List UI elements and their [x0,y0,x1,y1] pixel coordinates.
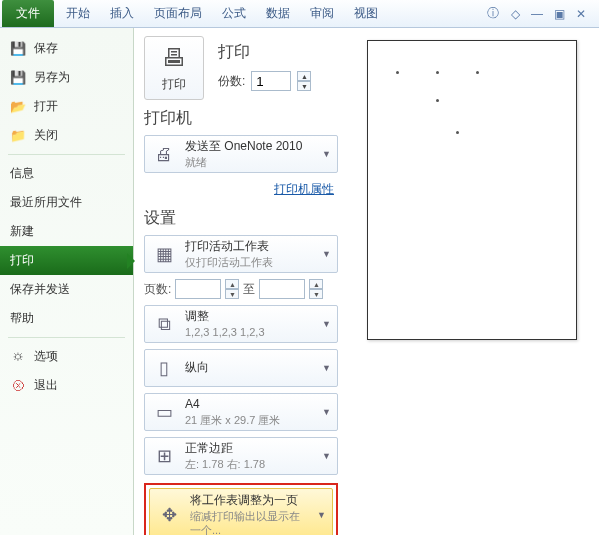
dd-sub: 左: 1.78 右: 1.78 [185,457,314,471]
printer-heading: 打印机 [144,108,338,129]
print-preview [344,28,599,535]
margins-icon: ⊞ [151,443,177,469]
sidebar-label: 保存 [34,40,58,57]
paper-icon: ▭ [151,399,177,425]
preview-page [367,40,577,340]
print-panel: 🖶 打印 打印 份数: ▲▼ 打印机 🖨 发送至 OneNote 2010就绪 … [134,28,344,535]
exit-icon: ⮾ [10,378,26,394]
pages-from-input[interactable] [175,279,221,299]
printer-icon: 🖶 [162,44,186,72]
sidebar-label: 打印 [10,252,34,269]
help-icon[interactable]: ⓘ [485,6,501,22]
pages-to-spin[interactable]: ▲▼ [309,279,323,299]
sidebar-print[interactable]: 打印 [0,246,133,275]
sheet-icon: ▦ [151,241,177,267]
titlebar-icons: ⓘ ◇ — ▣ ✕ [485,6,597,22]
print-scope-dropdown[interactable]: ▦ 打印活动工作表仅打印活动工作表 ▼ [144,235,338,273]
spin-up-icon[interactable]: ▲ [297,71,311,81]
saveas-icon: 💾 [10,70,26,86]
print-button-label: 打印 [162,76,186,93]
margins-dropdown[interactable]: ⊞ 正常边距左: 1.78 右: 1.78 ▼ [144,437,338,475]
dd-title: 打印活动工作表 [185,239,314,255]
sidebar-label: 最近所用文件 [10,194,82,211]
collate-dropdown[interactable]: ⧉ 调整1,2,3 1,2,3 1,2,3 ▼ [144,305,338,343]
sidebar-label: 保存并发送 [10,281,70,298]
spin-down-icon[interactable]: ▼ [297,81,311,91]
dd-title: 将工作表调整为一页 [190,493,309,509]
sidebar-help[interactable]: 帮助 [0,304,133,333]
sidebar-label: 新建 [10,223,34,240]
chevron-down-icon: ▼ [322,363,331,373]
copies-label: 份数: [218,73,245,90]
sidebar-new[interactable]: 新建 [0,217,133,246]
dd-title: A4 [185,397,314,413]
close-folder-icon: 📁 [10,128,26,144]
printer-dropdown[interactable]: 🖨 发送至 OneNote 2010就绪 ▼ [144,135,338,173]
sidebar-recent[interactable]: 最近所用文件 [0,188,133,217]
dd-sub: 21 厘米 x 29.7 厘米 [185,413,314,427]
sidebar-exit[interactable]: ⮾退出 [0,371,133,400]
sidebar-options[interactable]: ⛭选项 [0,342,133,371]
sidebar-label: 另存为 [34,69,70,86]
dd-sub: 1,2,3 1,2,3 1,2,3 [185,325,314,339]
paper-dropdown[interactable]: ▭ A421 厘米 x 29.7 厘米 ▼ [144,393,338,431]
open-icon: 📂 [10,99,26,115]
tab-view[interactable]: 视图 [344,1,388,26]
copies-input[interactable] [251,71,291,91]
chevron-down-icon: ▼ [322,149,331,159]
options-icon: ⛭ [10,349,26,365]
sidebar-open[interactable]: 📂打开 [0,92,133,121]
collate-icon: ⧉ [151,311,177,337]
sidebar-savesend[interactable]: 保存并发送 [0,275,133,304]
print-button[interactable]: 🖶 打印 [144,36,204,100]
tab-data[interactable]: 数据 [256,1,300,26]
tab-layout[interactable]: 页面布局 [144,1,212,26]
orientation-dropdown[interactable]: ▯ 纵向 ▼ [144,349,338,387]
tab-file[interactable]: 文件 [2,0,54,27]
min-ribbon-icon[interactable]: ◇ [507,6,523,22]
sidebar-label: 帮助 [10,310,34,327]
ribbon-tabs: 文件 开始 插入 页面布局 公式 数据 审阅 视图 ⓘ ◇ — ▣ ✕ [0,0,599,28]
chevron-down-icon: ▼ [322,451,331,461]
chevron-down-icon: ▼ [317,510,326,520]
sidebar-saveas[interactable]: 💾另存为 [0,63,133,92]
fit-highlight: ✥ 将工作表调整为一页缩减打印输出以显示在一个... ▼ [144,483,338,535]
chevron-down-icon: ▼ [322,319,331,329]
portrait-icon: ▯ [151,355,177,381]
printer-status: 就绪 [185,155,314,169]
print-heading: 打印 [218,42,311,63]
sidebar-info[interactable]: 信息 [0,159,133,188]
dd-sub: 缩减打印输出以显示在一个... [190,509,309,535]
pages-to-input[interactable] [259,279,305,299]
fit-dropdown[interactable]: ✥ 将工作表调整为一页缩减打印输出以显示在一个... ▼ [149,488,333,535]
copies-spinner[interactable]: ▲▼ [297,71,311,91]
settings-heading: 设置 [144,208,338,229]
pages-label: 页数: [144,281,171,298]
chevron-down-icon: ▼ [322,249,331,259]
chevron-down-icon: ▼ [322,407,331,417]
tab-formulas[interactable]: 公式 [212,1,256,26]
fit-icon: ✥ [156,502,182,528]
dd-title: 正常边距 [185,441,314,457]
save-icon: 💾 [10,41,26,57]
sidebar-label: 打开 [34,98,58,115]
dd-sub: 仅打印活动工作表 [185,255,314,269]
sidebar-label: 信息 [10,165,34,182]
pages-from-spin[interactable]: ▲▼ [225,279,239,299]
minimize-icon[interactable]: — [529,6,545,22]
pages-row: 页数: ▲▼ 至 ▲▼ [144,279,338,299]
pages-to-label: 至 [243,281,255,298]
sidebar-save[interactable]: 💾保存 [0,34,133,63]
tab-insert[interactable]: 插入 [100,1,144,26]
sidebar-close[interactable]: 📁关闭 [0,121,133,150]
backstage-sidebar: 💾保存 💾另存为 📂打开 📁关闭 信息 最近所用文件 新建 打印 保存并发送 帮… [0,28,134,535]
printer-properties-link[interactable]: 打印机属性 [144,179,338,200]
dd-title: 调整 [185,309,314,325]
printer-name: 发送至 OneNote 2010 [185,139,314,155]
tab-home[interactable]: 开始 [56,1,100,26]
restore-icon[interactable]: ▣ [551,6,567,22]
close-icon[interactable]: ✕ [573,6,589,22]
tab-review[interactable]: 审阅 [300,1,344,26]
sidebar-label: 关闭 [34,127,58,144]
dd-title: 纵向 [185,360,314,376]
